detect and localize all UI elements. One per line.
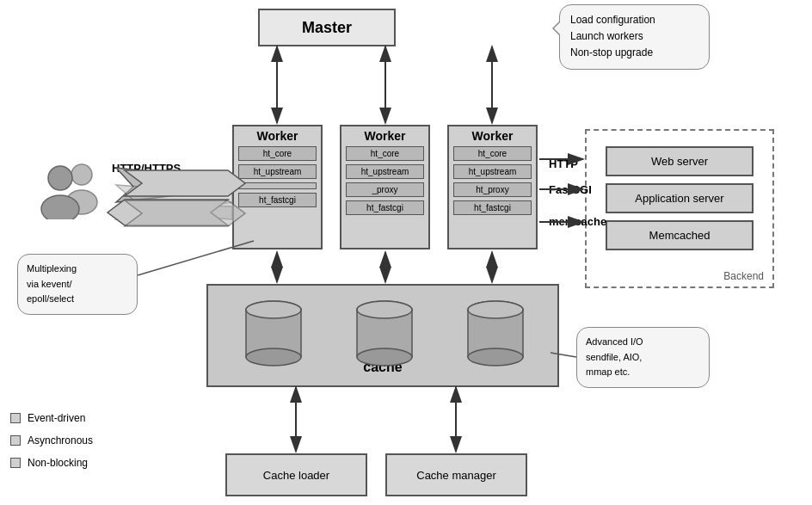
callout-multiplexing: Multiplexingvia kevent/epoll/select [17,254,138,315]
worker2-module-fastcgi: ht_fastcgi [346,200,424,215]
callout-multiplexing-text: Multiplexingvia kevent/epoll/select [27,263,77,304]
worker1-module-fastcgi: ht_fastcgi [238,193,317,207]
svg-marker-11 [116,185,232,219]
proxy-cache-label: proxycache [363,338,402,377]
legend-event-driven: Event-driven [10,408,93,428]
worker3-module-proxy: ht_proxy [453,182,532,197]
http-https-label: HTTP/HTTPS [112,162,181,175]
worker3-module-upstream: ht_upstream [453,164,532,179]
cache-loader-box: Cache loader [225,453,367,496]
worker2-module-proxy: _proxy [346,182,424,197]
master-box: Master [258,9,396,46]
memcache-label: memcache [549,215,606,228]
callout-advanced-io-text: Advanced I/Osendfile, AIO,mmap etc. [586,336,643,377]
callout-advanced-io: Advanced I/Osendfile, AIO,mmap etc. [576,327,710,388]
worker1-spacer [238,182,317,189]
svg-marker-33 [108,200,228,225]
backend-box: Web server Application server Memcached … [585,129,774,288]
architecture-diagram: Master Load configurationLaunch workersN… [0,0,812,505]
web-server-item: Web server [606,146,754,176]
svg-marker-10 [116,204,232,219]
app-server-item: Application server [606,183,754,213]
worker1-module-upstream: ht_upstream [238,164,317,179]
legend-non-blocking: Non-blocking [10,453,93,473]
callout-top: Load configurationLaunch workersNon-stop… [559,4,710,70]
legend-label-3: Non-blocking [28,453,88,473]
users-icon [34,159,103,219]
worker2-module-upstream: ht_upstream [346,164,424,179]
master-label: Master [302,19,352,37]
proxy-cache-box: proxycache [206,284,559,387]
worker3-title: Worker [472,126,514,145]
worker3-module-core: ht_core [453,146,532,161]
legend-square-1 [10,413,21,423]
worker1-title: Worker [257,126,298,145]
legend-label-1: Event-driven [28,408,85,428]
worker2-module-core: ht_core [346,146,424,161]
http-right-label: HTTP [549,157,578,170]
legend-label-2: Asynchronous [28,430,93,451]
svg-point-3 [41,195,79,219]
svg-point-2 [48,166,72,190]
cache-loader-label: Cache loader [263,469,329,482]
memcached-item: Memcached [606,220,754,250]
callout-top-text: Load configurationLaunch workersNon-stop… [570,14,655,59]
fastcgi-label: FastCGI [549,183,592,196]
legend: Event-driven Asynchronous Non-blocking [10,408,93,475]
worker2-box: Worker ht_core ht_upstream _proxy ht_fas… [340,125,430,249]
worker1-box: Worker ht_core ht_upstream ht_fastcgi [232,125,323,249]
worker1-module-core: ht_core [238,146,317,161]
cache-manager-box: Cache manager [385,453,527,496]
legend-square-2 [10,435,21,446]
worker3-box: Worker ht_core ht_upstream ht_proxy ht_f… [447,125,538,249]
svg-marker-34 [125,200,245,226]
legend-asynchronous: Asynchronous [10,430,93,451]
svg-point-0 [71,164,92,185]
legend-square-3 [10,458,21,468]
backend-label: Backend [723,270,764,282]
worker2-title: Worker [365,126,406,145]
worker3-module-fastcgi: ht_fastcgi [453,200,532,215]
cache-manager-label: Cache manager [416,469,496,482]
